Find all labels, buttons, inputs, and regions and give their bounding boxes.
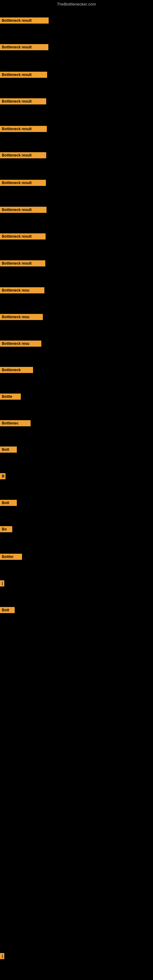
bottleneck-row: Bottlenec [0, 420, 30, 428]
bottleneck-row: Bottleneck resu [0, 340, 41, 348]
bottleneck-label: Bo [0, 526, 12, 532]
bottleneck-row: Bottleneck resu [0, 314, 43, 321]
bottleneck-row: Bottler [0, 554, 22, 561]
bottleneck-row: Bott [0, 447, 17, 454]
bottleneck-label: Bottleneck result [0, 18, 49, 24]
bottleneck-label: B [0, 473, 5, 479]
bottleneck-label: Bottleneck resu [0, 287, 45, 293]
bottleneck-row: Bottleneck result [0, 18, 49, 25]
bottleneck-row: Bottleneck resu [0, 287, 45, 294]
bottleneck-label: Bott [0, 500, 17, 506]
bottleneck-label: Bott [0, 447, 17, 453]
bottleneck-row: Bottleneck result [0, 72, 47, 79]
bottleneck-row: Bott [0, 500, 17, 507]
bottleneck-row: Bottleneck result [0, 98, 46, 106]
bottleneck-row: Bott [0, 607, 15, 614]
bottleneck-row: Bottleneck result [0, 180, 46, 187]
bottleneck-label: Bottler [0, 554, 22, 560]
bottleneck-label: Bottle [0, 393, 21, 400]
bottleneck-label: Bottlenec [0, 420, 30, 426]
bottleneck-row: Bottleneck [0, 367, 33, 374]
bottleneck-row: Bottle [0, 393, 21, 401]
bottleneck-row: | [0, 580, 4, 588]
site-title: TheBottlenecker.com [0, 0, 153, 8]
bottleneck-label: Bottleneck result [0, 72, 47, 78]
bottleneck-label: Bottleneck result [0, 126, 47, 132]
bottleneck-label: Bottleneck resu [0, 340, 41, 347]
bottleneck-row: Bottleneck result [0, 44, 48, 51]
bottleneck-label: Bottleneck resu [0, 314, 43, 320]
bottleneck-label: | [0, 580, 4, 587]
bottleneck-row: Bottleneck result [0, 260, 45, 268]
bottleneck-label: Bottleneck result [0, 233, 46, 240]
bottleneck-label: | [0, 953, 4, 959]
bottleneck-row: Bottleneck result [0, 152, 46, 159]
bottleneck-label: Bottleneck result [0, 152, 46, 158]
bottleneck-label: Bottleneck [0, 367, 33, 373]
bottleneck-label: Bottleneck result [0, 207, 46, 213]
bottleneck-label: Bottleneck result [0, 180, 46, 186]
bottleneck-row: Bo [0, 526, 12, 533]
bottleneck-row: | [0, 953, 4, 960]
bottleneck-label: Bottleneck result [0, 260, 45, 266]
bottleneck-row: Bottleneck result [0, 126, 47, 133]
bottleneck-label: Bott [0, 607, 15, 613]
bottleneck-label: Bottleneck result [0, 98, 46, 105]
bottleneck-row: Bottleneck result [0, 233, 46, 241]
bottleneck-row: Bottleneck result [0, 207, 46, 214]
bottleneck-label: Bottleneck result [0, 44, 48, 50]
bottleneck-row: B [0, 473, 5, 480]
